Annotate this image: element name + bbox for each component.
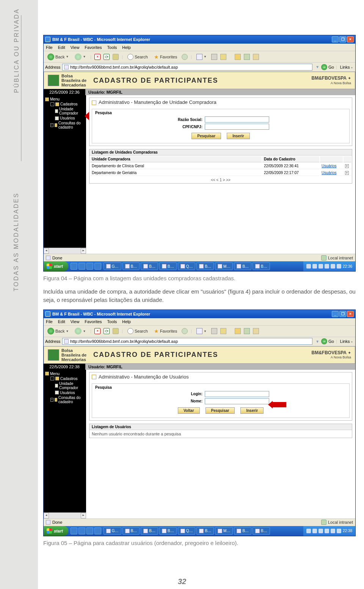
taskbar-item[interactable]: B… [122,527,140,535]
menu-file[interactable]: File [46,45,53,50]
usuarios-link[interactable]: Usuários [322,171,336,175]
favorites-button[interactable]: ★Favorites [152,53,179,61]
go-button[interactable]: →Go [321,338,334,344]
window-close-button[interactable]: × [347,311,354,317]
taskbar-item[interactable]: B… [253,262,270,270]
mail-icon[interactable]: ▼ [195,53,208,61]
menu-edit[interactable]: Edit [58,45,65,50]
window-minimize-button[interactable]: _ [332,36,339,42]
taskbar-item[interactable]: B… [196,527,214,535]
window-restore-button[interactable]: ❐ [339,311,346,317]
tray-icon[interactable] [312,264,317,269]
input-razao-social[interactable] [205,116,269,123]
quicklaunch-icon[interactable] [71,263,77,270]
tree-cadastros[interactable]: -Cadastros [45,102,85,107]
address-dropdown-icon[interactable]: ▼ [315,339,319,344]
tree-unidade-compradora[interactable]: Unidade Comprador [45,107,85,116]
taskbar-item[interactable]: M… [215,527,233,535]
input-cpf-cnpj[interactable] [205,124,269,130]
tree-consultas[interactable]: +Consultas do cadastro [45,121,85,130]
forward-button[interactable]: ▼ [73,53,87,61]
taskbar-item[interactable]: B… [234,527,251,535]
menu-favorites[interactable]: Favorites [85,319,102,324]
address-input[interactable]: http://bmfsv9006bbmd.bmf.com.br/Agroliq/… [62,338,312,345]
tray-icon[interactable] [306,529,311,533]
pesquisar-button[interactable]: Pesquisar [191,133,221,139]
print-icon[interactable] [211,328,217,334]
messenger-icon[interactable] [244,328,250,334]
home-icon[interactable] [113,328,119,334]
tree-menu[interactable]: Menu [45,97,85,102]
taskbar-item[interactable]: B… [122,262,140,270]
stop-icon[interactable]: × [94,328,100,334]
menu-help[interactable]: Help [122,319,131,324]
favorites-button[interactable]: ★Favorites [152,327,179,335]
back-button[interactable]: Back▼ [46,53,70,61]
inserir-button[interactable]: Inserir [240,407,264,414]
tray-icon[interactable] [325,529,329,533]
input-login[interactable] [205,391,269,397]
taskbar-item[interactable]: B… [196,262,214,270]
start-button[interactable]: start [44,526,68,536]
menu-tools[interactable]: Tools [107,45,117,50]
forward-button[interactable]: ▼ [73,327,87,335]
links-button[interactable]: Links » [339,65,354,69]
taskbar-item[interactable]: M… [215,262,233,270]
taskbar-item[interactable]: Q… [178,262,196,270]
tray-icon[interactable] [331,529,335,533]
tray-icon[interactable] [337,529,341,533]
voltar-button[interactable]: Voltar [178,407,200,414]
menu-help[interactable]: Help [122,45,131,50]
history-icon[interactable] [182,328,188,334]
mail-icon[interactable]: ▼ [195,327,208,335]
menu-view[interactable]: View [71,45,80,50]
inserir-button[interactable]: Inserir [227,133,250,139]
taskbar-item[interactable]: B… [253,527,270,535]
taskbar-item[interactable]: Q… [178,527,196,535]
tree-usuarios[interactable]: Usuários [45,116,85,121]
quicklaunch-icon[interactable] [78,528,85,534]
sidebar-scrollbar[interactable]: ◄► [44,248,86,254]
assist-icon[interactable] [253,54,259,60]
links-button[interactable]: Links » [339,339,354,344]
search-button[interactable]: Search [126,327,149,335]
tray-icon[interactable] [331,264,335,269]
menu-tools[interactable]: Tools [107,319,117,324]
tray-icon[interactable] [306,264,311,269]
tree-cadastros[interactable]: -Cadastros [45,376,85,381]
taskbar-item[interactable]: B… [234,262,251,270]
tray-icon[interactable] [312,529,317,533]
sidebar-scrollbar[interactable]: ◄► [44,512,86,518]
quicklaunch-icon[interactable] [86,263,93,270]
menu-favorites[interactable]: Favorites [85,45,102,50]
tree-usuarios[interactable]: Usuários [45,390,85,395]
pager[interactable]: << < 1 > >> [89,177,352,183]
expand-icon[interactable]: + [345,171,349,175]
edit-icon[interactable] [220,328,226,334]
taskbar-item[interactable]: G… [104,527,121,535]
print-icon[interactable] [211,54,217,60]
stop-icon[interactable]: × [94,54,100,60]
home-icon[interactable] [113,54,119,60]
back-button[interactable]: Back▼ [46,327,70,335]
window-close-button[interactable]: × [347,36,354,42]
search-button[interactable]: Search [126,53,149,61]
research-icon[interactable] [235,54,241,60]
quicklaunch-icon[interactable] [71,528,77,534]
quicklaunch-icon[interactable] [78,263,85,270]
taskbar-item[interactable]: B… [141,262,158,270]
taskbar-item[interactable]: G… [104,262,121,270]
messenger-icon[interactable] [244,54,250,60]
research-icon[interactable] [235,328,241,334]
menu-edit[interactable]: Edit [58,319,65,324]
tray-icon[interactable] [337,264,341,269]
usuarios-link[interactable]: Usuários [322,164,336,168]
address-dropdown-icon[interactable]: ▼ [315,65,319,69]
menu-file[interactable]: File [46,319,53,324]
quicklaunch-icon[interactable] [94,528,101,534]
start-button[interactable]: start [44,261,68,271]
tree-consultas[interactable]: +Consultas do cadastro [45,395,85,404]
expand-icon[interactable]: + [345,164,349,168]
taskbar-item[interactable]: B… [159,262,177,270]
refresh-icon[interactable]: ⟳ [104,54,110,60]
